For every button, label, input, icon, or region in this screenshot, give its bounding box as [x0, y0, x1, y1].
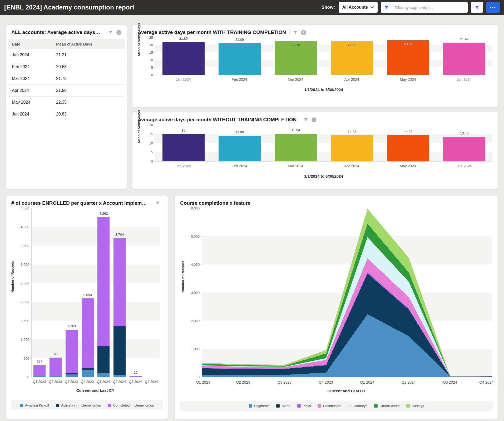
plot-area: 05001,0001,5002,0002,5003,0003,5004,0004… [31, 208, 160, 377]
y-axis-title: Number of Records [11, 261, 14, 293]
filter-button[interactable] [471, 2, 483, 13]
legend-item-plays[interactable]: Plays [297, 404, 311, 408]
card-filter-icon[interactable] [155, 201, 160, 206]
legend-item-surveys[interactable]: Surveys [406, 404, 424, 408]
xtick-may-2024: May 2024 [380, 164, 436, 168]
bar-total-label: 1,263 [67, 324, 76, 328]
info-icon[interactable]: i [312, 117, 317, 122]
card-with-training: Average active days per month WITH TRAIN… [132, 24, 498, 108]
bar-may-2024[interactable] [387, 135, 429, 161]
card-filter-icon[interactable] [108, 30, 113, 35]
bar-apr-2024[interactable] [331, 135, 373, 161]
more-options-button[interactable]: ••• [486, 2, 500, 13]
x-axis-ticks: Q1 2023Q2 2023Q3 2023Q4 2023Q1 2024Q2 20… [31, 380, 159, 384]
table-cell: 21.21 [52, 49, 125, 61]
stacked-bar-q4-2023[interactable] [82, 298, 94, 377]
stacked-bar-q3-2024[interactable] [130, 376, 142, 377]
segment-filter-input[interactable] [392, 2, 468, 13]
bar-jan-2024[interactable] [162, 134, 205, 161]
xtick-q1-2023: Q1 2023 [31, 380, 47, 384]
table-body: Jan 202421.21Feb 202420.63Mar 202421.73A… [8, 49, 125, 120]
table-cell: Jun 2024 [8, 108, 52, 120]
page-title: [ENBL 2024] Academy consumption report [4, 4, 134, 11]
bar-value-label: 21.80 [179, 37, 188, 41]
legend-swatch [276, 404, 280, 408]
stacked-bar-q2-2023[interactable] [50, 358, 62, 377]
bar-feb-2024[interactable] [219, 43, 261, 75]
info-icon[interactable]: i [301, 30, 306, 35]
legend-label: Plays [303, 404, 311, 408]
bar-mar-2024[interactable] [275, 134, 317, 161]
account-selector-dropdown[interactable]: All Accounts [339, 2, 378, 13]
legend-item-awaiting-kickoff[interactable]: Awaiting Kickoff [20, 403, 49, 407]
card-title: Average active days per month WITHOUT TR… [138, 117, 297, 123]
bar-chart: 051015201513.9015.0414.2314.2313.43Mean … [132, 125, 498, 186]
legend-item-dashboards[interactable]: Dashboards [318, 404, 341, 408]
xtick-jun-2024: Jun 2024 [436, 164, 492, 168]
ytick-label: 4,000 [21, 225, 32, 229]
xtick-q3-2024: Q3 2024 [127, 380, 144, 384]
divider [152, 201, 152, 206]
plot-area: 01,0002,0003,0004,0005,0006,000 [202, 208, 492, 377]
active-days-table: DateMean of Active DaysJan 202421.21Feb … [8, 39, 125, 120]
bar-feb-2024[interactable] [219, 136, 261, 161]
column-header-mean-of-active-days: Mean of Active Days [52, 39, 125, 49]
xtick-apr-2024: Apr 2024 [324, 164, 380, 168]
dashboard-page: [ENBL 2024] Academy consumption report S… [0, 0, 504, 421]
card-filter-icon[interactable] [304, 118, 308, 122]
legend-item-completed-implementation[interactable]: Completed Implementation [108, 403, 154, 407]
bar-jan-2024[interactable] [162, 42, 205, 75]
ytick-mark [30, 377, 32, 377]
legend-item-segments[interactable]: Segments [249, 404, 270, 408]
stacked-bar-q1-2023[interactable] [33, 365, 46, 377]
xtick-q3-2023: Q3 2023 [63, 380, 80, 384]
ytick-label: 4,500 [21, 206, 32, 210]
xtick-mar-2024: Mar 2024 [268, 164, 324, 168]
segment-completed-implementation [97, 217, 110, 346]
legend-label: Segments [254, 404, 270, 408]
ytick-label: 3,500 [21, 244, 32, 248]
legend: SegmentsAlertsPlaysDashboardsJourneysChu… [180, 401, 493, 411]
legend-item-alerts[interactable]: Alerts [276, 404, 290, 408]
account-selector-value: All Accounts [342, 5, 368, 10]
table-cell: Jan 2024 [8, 49, 52, 61]
card-filter-icon[interactable] [293, 30, 298, 35]
legend-swatch [348, 404, 352, 408]
bar-total-label: 25 [134, 370, 137, 374]
stacked-bar-q1-2024[interactable] [97, 217, 110, 377]
xtick-q2-2024: Q2 2024 [111, 380, 127, 384]
segment-completed-implementation [113, 238, 126, 326]
course-completions-chart-mount: 01,0002,0003,0004,0005,0006,000Number of… [175, 208, 498, 421]
legend-item-actively-in-implementation[interactable]: Actively in Implementation [56, 403, 101, 407]
ytick-label: 3,000 [191, 291, 202, 295]
legend-item-journeys[interactable]: Journeys [348, 404, 368, 408]
bar-value-label: 14.23 [404, 130, 413, 134]
bar-slot: 14.23 [324, 125, 380, 161]
table-cell: 21.73 [52, 73, 125, 85]
bar-jun-2024[interactable] [443, 137, 485, 161]
ytick-label: 2,000 [21, 300, 32, 304]
segment-awaiting-kickoff [97, 373, 110, 377]
segment-actively-in-implementation [97, 346, 110, 373]
table-row: May 202422.35 [8, 97, 125, 108]
bar-total-label: 2,093 [83, 293, 92, 297]
bar-slot: 1,263 [64, 208, 80, 377]
legend-swatch [374, 404, 378, 408]
stacked-bar-q2-2024[interactable] [113, 238, 126, 377]
bars-row: 1513.9015.0414.2314.2313.43 [155, 125, 492, 161]
legend-label: Journeys [354, 404, 368, 408]
segment-actively-in-implementation [113, 326, 126, 375]
bar-jun-2024[interactable] [443, 43, 485, 75]
legend-item-churnscores[interactable]: ChurnScores [374, 404, 399, 408]
bar-slot [144, 208, 160, 377]
xtick-apr-2024: Apr 2024 [324, 77, 380, 82]
info-icon[interactable]: i [116, 30, 121, 35]
plot-area: 051015201513.9015.0414.2314.2313.43 [155, 125, 492, 162]
bar-value-label: 23.02 [404, 42, 413, 46]
card-courses-enrolled: # of courses ENROLLED per quarter x Acco… [6, 195, 168, 420]
legend: Awaiting KickoffActively in Implementati… [11, 400, 163, 410]
x-axis-title: 1/1/2024 to 6/30/2024 [155, 87, 492, 92]
table-cell: Mar 2024 [8, 73, 52, 85]
plot-area: 051015202521.8021.0922.2822.3623.0221.42 [155, 37, 492, 75]
stacked-bar-q3-2023[interactable] [66, 330, 78, 377]
